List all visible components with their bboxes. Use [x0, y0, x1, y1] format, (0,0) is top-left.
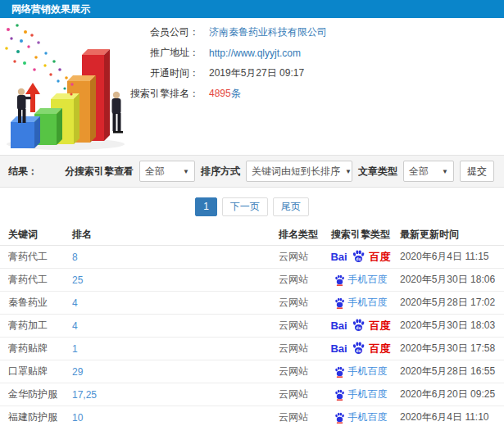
- confetti-dots: [5, 24, 74, 95]
- updated-time-cell: 2020年5月30日 18:03: [400, 319, 504, 333]
- svg-text:du: du: [356, 325, 361, 330]
- rank-type-cell: 云网站: [279, 387, 321, 401]
- page-1-button[interactable]: 1: [195, 197, 217, 216]
- updated-time-cell: 2020年5月28日 16:55: [400, 365, 504, 378]
- last-page-button[interactable]: 尾页: [273, 197, 309, 216]
- keyword-cell: 膏药贴牌: [8, 342, 72, 356]
- updated-time-cell: 2020年5月28日 17:02: [400, 296, 504, 310]
- info-section: 会员公司：济南秦鲁药业科技有限公司推广地址：http://www.qlyyjt.…: [0, 18, 504, 155]
- column-header: 关键词: [8, 228, 72, 242]
- rank-cell[interactable]: 29: [72, 366, 279, 378]
- search-engine-cell: 手机百度: [321, 365, 400, 378]
- engine-filter-label: 分搜索引擎查看: [65, 165, 134, 179]
- rank-type-cell: 云网站: [279, 273, 321, 287]
- engine-filter-value: 全部: [145, 165, 165, 179]
- baidu-paw-icon: [334, 412, 345, 424]
- mobile-baidu-label: 手机百度: [348, 296, 388, 310]
- column-header: 最新更新时间: [400, 228, 504, 242]
- mobile-baidu-label: 手机百度: [348, 273, 388, 287]
- submit-button[interactable]: 提交: [460, 161, 494, 182]
- keyword-cell: 福建防护服: [8, 410, 72, 424]
- keyword-cell: 膏药加工: [8, 319, 72, 333]
- baidu-logo-cn: 百度: [370, 342, 391, 356]
- next-page-button[interactable]: 下一页: [222, 197, 268, 216]
- table-row: 膏药贴牌1云网站Bai du 百度2020年5月30日 17:58: [0, 338, 504, 360]
- baidu-paw-icon: [334, 274, 345, 286]
- search-engine-cell: Bai du 百度: [321, 250, 400, 265]
- info-value-link[interactable]: 济南秦鲁药业科技有限公司: [209, 25, 327, 39]
- search-engine-cell: 手机百度: [321, 296, 400, 310]
- updated-time-cell: 2020年5月30日 18:06: [400, 273, 504, 287]
- search-engine-cell: Bai du 百度: [321, 319, 400, 333]
- table-row: 膏药加工4云网站Bai du 百度2020年5月30日 18:03: [0, 315, 504, 338]
- table-body: 膏药代工8云网站Bai du 百度2020年6月4日 11:15膏药代工25云网…: [0, 246, 504, 426]
- result-label: 结果：: [8, 165, 38, 179]
- article-type-select[interactable]: 全部 ▼: [403, 161, 454, 182]
- table-header-row: 关键词排名排名类型搜索引擎类型最新更新时间: [0, 224, 504, 246]
- table-row: 膏药代工25云网站 手机百度2020年5月30日 18:06: [0, 269, 504, 292]
- chevron-down-icon: ▼: [345, 168, 352, 175]
- rank-cell[interactable]: 17,25: [72, 389, 279, 401]
- table-row: 膏药代工8云网站Bai du 百度2020年6月4日 11:15: [0, 246, 504, 269]
- page-title: 网络营销效果展示: [11, 3, 90, 15]
- filter-bar: 结果： 分搜索引擎查看 全部 ▼ 排序方式 关键词由短到长排序 ▼ 文章类型 全…: [0, 155, 504, 188]
- keyword-cell: 膏药代工: [8, 250, 72, 264]
- keyword-cell: 金华防护服: [8, 387, 72, 401]
- baidu-logo-cn: 百度: [370, 319, 391, 333]
- company-info: 会员公司：济南秦鲁药业科技有限公司推广地址：http://www.qlyyjt.…: [121, 22, 327, 104]
- info-row: 会员公司：济南秦鲁药业科技有限公司: [121, 22, 327, 43]
- svg-text:du: du: [356, 256, 361, 261]
- rank-cell[interactable]: 25: [72, 274, 279, 286]
- search-engine-cell: 手机百度: [321, 273, 400, 287]
- sort-label: 排序方式: [201, 165, 240, 179]
- keyword-cell: 口罩贴牌: [8, 365, 72, 378]
- search-engine-cell: 手机百度: [321, 387, 400, 401]
- info-label: 开通时间：: [121, 66, 199, 80]
- baidu-paw-icon: du: [352, 250, 366, 264]
- search-engine-cell: Bai du 百度: [321, 342, 400, 356]
- filter-controls: 分搜索引擎查看 全部 ▼ 排序方式 关键词由短到长排序 ▼ 文章类型 全部 ▼ …: [65, 161, 494, 182]
- titlebar: 网络营销效果展示: [0, 0, 504, 18]
- baidu-paw-icon: [334, 297, 345, 309]
- table-row: 秦鲁药业4云网站 手机百度2020年5月28日 17:02: [0, 292, 504, 315]
- rank-type-cell: 云网站: [279, 250, 321, 264]
- rank-cell[interactable]: 1: [72, 343, 279, 355]
- page: 网络营销效果展示: [0, 0, 504, 426]
- info-value-count: 4895条: [209, 87, 241, 101]
- updated-time-cell: 2020年6月4日 11:10: [400, 410, 504, 424]
- article-type-value: 全部: [409, 165, 429, 179]
- updated-time-cell: 2020年6月20日 09:25: [400, 387, 504, 401]
- mobile-baidu-label: 手机百度: [348, 387, 388, 401]
- sort-value: 关键词由短到长排序: [252, 165, 340, 179]
- baidu-paw-icon: du: [352, 319, 366, 333]
- baidu-logo-cn: 百度: [370, 250, 391, 265]
- baidu-paw-icon: du: [352, 342, 366, 356]
- baidu-logo-bai: Bai: [330, 342, 347, 355]
- updated-time-cell: 2020年5月30日 17:58: [400, 342, 504, 356]
- column-header: 排名: [72, 228, 279, 242]
- updated-time-cell: 2020年6月4日 11:15: [400, 250, 504, 264]
- info-row: 搜索引擎排名：4895条: [121, 84, 327, 104]
- mobile-baidu-label: 手机百度: [348, 410, 388, 424]
- sort-select[interactable]: 关键词由短到长排序 ▼: [246, 161, 352, 182]
- search-engine-cell: 手机百度: [321, 410, 400, 424]
- baidu-logo-bai: Bai: [330, 251, 347, 263]
- rank-cell[interactable]: 10: [72, 412, 279, 424]
- keyword-cell: 秦鲁药业: [8, 296, 72, 310]
- rank-type-cell: 云网站: [279, 410, 321, 424]
- info-row: 开通时间：2019年5月27日 09:17: [121, 63, 327, 84]
- rank-cell[interactable]: 4: [72, 297, 279, 309]
- chevron-down-icon: ▼: [183, 168, 189, 175]
- engine-filter-select[interactable]: 全部 ▼: [139, 161, 195, 182]
- rank-cell[interactable]: 8: [72, 252, 279, 263]
- results-table: 关键词排名排名类型搜索引擎类型最新更新时间 膏药代工8云网站Bai du 百度2…: [0, 224, 504, 426]
- article-type-label: 文章类型: [358, 165, 397, 179]
- rank-type-cell: 云网站: [279, 319, 321, 333]
- column-header: 排名类型: [279, 228, 321, 242]
- info-label: 推广地址：: [121, 46, 199, 60]
- info-row: 推广地址：http://www.qlyyjt.com: [121, 43, 327, 63]
- info-value-link[interactable]: http://www.qlyyjt.com: [209, 48, 301, 59]
- rank-cell[interactable]: 4: [72, 320, 279, 332]
- svg-text:du: du: [356, 348, 361, 353]
- table-row: 福建防护服10云网站 手机百度2020年6月4日 11:10: [0, 406, 504, 426]
